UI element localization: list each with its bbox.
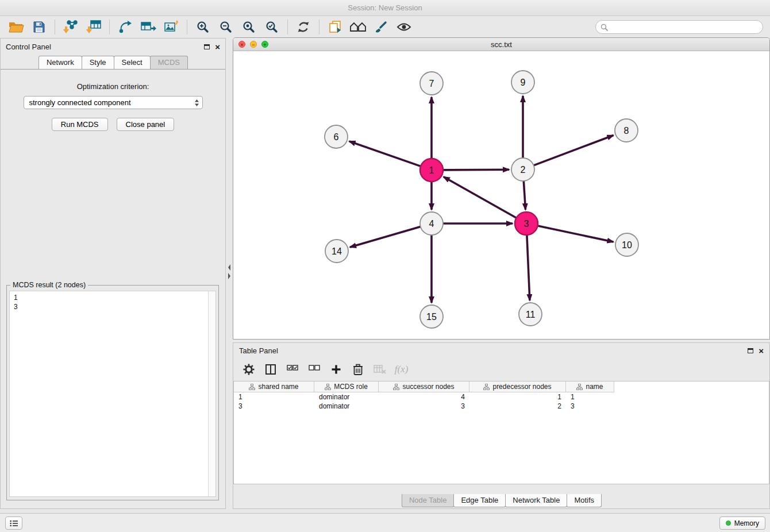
zoom-in-button[interactable] xyxy=(191,18,214,36)
run-mcds-button[interactable]: Run MCDS xyxy=(52,118,108,131)
mcds-result-area[interactable]: 13 xyxy=(9,291,216,497)
column-header-label: MCDS role xyxy=(334,383,368,391)
column-header-mcds-role[interactable]: MCDS role xyxy=(314,381,379,392)
zoom-selected-button[interactable] xyxy=(260,18,283,36)
node-8[interactable]: 8 xyxy=(615,119,638,142)
memory-status-dot xyxy=(726,521,731,526)
tab-network[interactable]: Network xyxy=(38,56,82,69)
refresh-layout-button[interactable] xyxy=(292,18,315,36)
search-box[interactable] xyxy=(595,20,763,34)
table-settings-button[interactable] xyxy=(240,361,257,378)
panel-splitter[interactable] xyxy=(226,38,233,509)
zoom-selected-icon xyxy=(265,20,279,34)
edge-1-2[interactable] xyxy=(443,169,509,170)
zoom-fit-button[interactable] xyxy=(237,18,260,36)
save-session-button[interactable] xyxy=(28,18,51,36)
column-header-successor-nodes[interactable]: successor nodes xyxy=(379,381,469,392)
table-toolbar: f(x) xyxy=(233,358,769,381)
node-14[interactable]: 14 xyxy=(325,240,348,263)
node-4[interactable]: 4 xyxy=(420,212,443,235)
open-session-button[interactable] xyxy=(5,18,28,36)
node-15[interactable]: 15 xyxy=(420,305,443,328)
tab-select[interactable]: Select xyxy=(114,56,151,69)
memory-button[interactable]: Memory xyxy=(719,516,765,530)
edge-3-10[interactable] xyxy=(538,226,614,242)
criterion-dropdown[interactable]: strongly connected component xyxy=(24,96,203,109)
table-row[interactable]: 1dominator411 xyxy=(234,392,769,402)
zoom-in-icon xyxy=(196,20,210,34)
tab-network-table[interactable]: Network Table xyxy=(505,494,567,507)
edge-3-11[interactable] xyxy=(527,235,530,300)
show-graphics-details-button[interactable] xyxy=(392,18,415,36)
column-header-predecessor-nodes[interactable]: predecessor nodes xyxy=(469,381,566,392)
main-toolbar xyxy=(0,16,770,38)
edge-2-3[interactable] xyxy=(523,181,525,210)
node-1[interactable]: 1 xyxy=(420,159,443,182)
column-header-shared-name[interactable]: shared name xyxy=(234,381,314,392)
minimize-window-button[interactable]: − xyxy=(250,41,257,48)
gear-icon xyxy=(242,363,255,376)
control-panel: Control Panel × NetworkStyleSelectMCDS O… xyxy=(0,38,226,509)
window-title: Session: New Session xyxy=(348,3,422,12)
memory-label: Memory xyxy=(734,519,759,527)
node-10[interactable]: 10 xyxy=(615,233,638,256)
delete-table-button[interactable] xyxy=(371,361,388,378)
node-6[interactable]: 6 xyxy=(325,125,348,148)
table-cell: dominator xyxy=(314,402,379,411)
close-table-panel-icon[interactable]: × xyxy=(759,346,764,355)
float-table-panel-icon[interactable] xyxy=(748,348,753,353)
unchecked-boxes-icon xyxy=(309,365,320,374)
zoom-window-button[interactable]: + xyxy=(261,41,268,48)
table-panel-title: Table Panel xyxy=(239,346,278,355)
status-menu-button[interactable] xyxy=(5,516,22,530)
node-11[interactable]: 11 xyxy=(519,303,542,326)
import-network-button[interactable] xyxy=(59,18,82,36)
search-input[interactable] xyxy=(611,23,758,31)
delete-column-button[interactable] xyxy=(349,361,366,378)
import-network-icon xyxy=(63,20,79,34)
tab-node-table[interactable]: Node Table xyxy=(402,494,455,507)
node-2[interactable]: 2 xyxy=(511,158,534,181)
export-table-button[interactable] xyxy=(137,18,160,36)
table-row[interactable]: 3dominator323 xyxy=(234,402,769,411)
select-all-columns-button[interactable] xyxy=(284,361,301,378)
splitter-collapse-icon[interactable] xyxy=(227,263,232,280)
network-graph[interactable]: 7968124314101511 xyxy=(233,51,769,339)
import-table-button[interactable] xyxy=(82,18,105,36)
edge-1-6[interactable] xyxy=(349,141,421,167)
network-window-titlebar[interactable]: × − + scc.txt xyxy=(233,38,769,51)
unselect-all-columns-button[interactable] xyxy=(306,361,322,378)
export-image-button[interactable] xyxy=(160,18,183,36)
apply-function-button[interactable]: f(x) xyxy=(393,361,410,378)
edge-3-1[interactable] xyxy=(444,177,517,218)
node-3[interactable]: 3 xyxy=(515,212,538,235)
close-panel-icon[interactable]: × xyxy=(215,43,220,51)
first-neighbors-button[interactable] xyxy=(346,18,369,36)
window-titlebar[interactable]: Session: New Session xyxy=(0,0,770,16)
tab-style[interactable]: Style xyxy=(82,56,114,69)
duplicate-network-button[interactable] xyxy=(324,18,346,36)
close-panel-button[interactable]: Close panel xyxy=(117,118,175,131)
table-cell: 4 xyxy=(379,392,469,402)
toolbar-separator xyxy=(319,20,319,34)
zoom-out-button[interactable] xyxy=(214,18,237,36)
svg-text:15: 15 xyxy=(426,312,437,322)
result-scrollbar[interactable] xyxy=(208,291,215,496)
close-window-button[interactable]: × xyxy=(238,41,245,48)
network-canvas[interactable]: 7968124314101511 xyxy=(233,51,769,339)
export-network-icon xyxy=(118,20,133,34)
column-header-name[interactable]: name xyxy=(566,381,614,392)
node-9[interactable]: 9 xyxy=(511,71,534,94)
edge-2-8[interactable] xyxy=(534,136,614,165)
node-7[interactable]: 7 xyxy=(420,72,443,95)
tab-motifs[interactable]: Motifs xyxy=(567,494,602,507)
float-panel-icon[interactable] xyxy=(204,44,210,49)
edge-4-14[interactable] xyxy=(350,227,421,248)
export-network-button[interactable] xyxy=(114,18,137,36)
tab-mcds[interactable]: MCDS xyxy=(150,56,188,69)
svg-text:2: 2 xyxy=(521,165,526,175)
show-columns-button[interactable] xyxy=(262,361,279,378)
tab-edge-table[interactable]: Edge Table xyxy=(453,494,506,507)
add-column-button[interactable] xyxy=(328,361,344,378)
style-brush-button[interactable] xyxy=(369,18,392,36)
